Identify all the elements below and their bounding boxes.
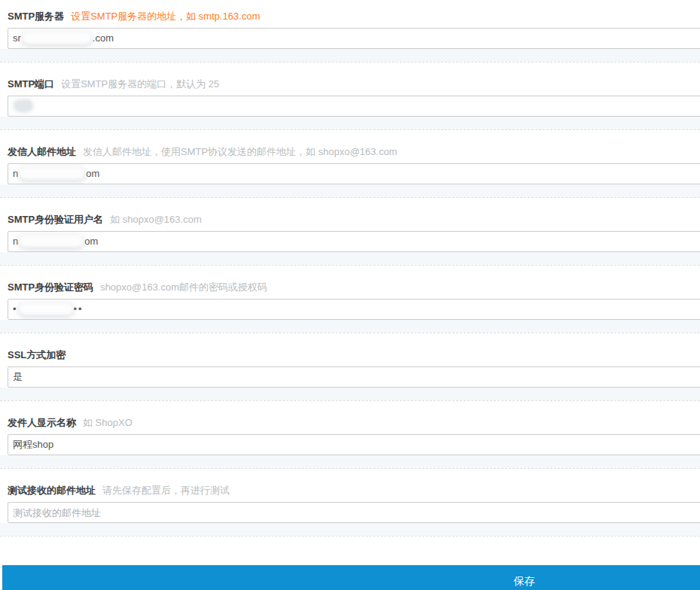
input-value: 网程shop bbox=[13, 439, 53, 450]
form-group-smtp-port: SMTP端口设置SMTP服务器的端口，默认为 25 bbox=[0, 62, 700, 130]
form-group-smtp-server: SMTP服务器设置SMTP服务器的地址，如 smtp.163.com sr.co… bbox=[0, 0, 700, 62]
field-hint: 发信人邮件地址，使用SMTP协议发送的邮件地址，如 shopxo@163.com bbox=[83, 146, 397, 157]
section-band bbox=[0, 117, 700, 129]
section-band bbox=[0, 523, 700, 536]
censor-blur bbox=[22, 32, 92, 44]
section-band bbox=[0, 455, 700, 468]
field-label: SMTP端口 bbox=[8, 78, 54, 90]
input-value-prefix: sr bbox=[13, 32, 21, 44]
censor-blur bbox=[19, 167, 85, 180]
ssl-encrypt-select[interactable]: 是 bbox=[8, 366, 700, 388]
field-hint: shopxo@163.com邮件的密码或授权码 bbox=[100, 281, 267, 293]
save-row: 保存 bbox=[0, 565, 700, 590]
field-label: SMTP服务器 bbox=[8, 11, 64, 22]
field-hint: 如 ShopXO bbox=[83, 417, 132, 428]
smtp-password-input[interactable]: ••• bbox=[8, 299, 700, 320]
password-dots: •• bbox=[74, 303, 84, 315]
field-hint: 如 shopxo@163.com bbox=[110, 214, 202, 225]
form-group-ssl-encrypt: SSL方式加密 是 bbox=[0, 333, 700, 401]
section-band bbox=[0, 320, 700, 333]
field-label: SSL方式加密 bbox=[8, 349, 65, 360]
smtp-port-input[interactable] bbox=[8, 96, 700, 117]
label-row: SMTP端口设置SMTP服务器的端口，默认为 25 bbox=[0, 78, 700, 90]
field-hint: 请先保存配置后，再进行测试 bbox=[102, 485, 230, 496]
input-value-suffix: .com bbox=[93, 32, 114, 44]
field-hint: 设置SMTP服务器的地址，如 smtp.163.com bbox=[71, 11, 260, 22]
field-label: SMTP身份验证密码 bbox=[8, 281, 93, 293]
input-value-prefix: n bbox=[13, 236, 18, 247]
password-dot: • bbox=[13, 303, 18, 315]
field-label: 发件人显示名称 bbox=[8, 417, 76, 428]
label-row: 发信人邮件地址发信人邮件地址，使用SMTP协议发送的邮件地址，如 shopxo@… bbox=[0, 146, 700, 158]
input-value-suffix: om bbox=[86, 168, 99, 179]
field-label: 发信人邮件地址 bbox=[8, 146, 76, 157]
sender-email-input[interactable]: nom bbox=[8, 163, 700, 184]
label-row: SMTP服务器设置SMTP服务器的地址，如 smtp.163.com bbox=[0, 11, 700, 23]
select-value: 是 bbox=[13, 371, 23, 382]
input-value-prefix: n bbox=[13, 168, 18, 179]
label-row: SMTP身份验证密码shopxo@163.com邮件的密码或授权码 bbox=[0, 281, 700, 293]
section-band bbox=[0, 388, 700, 400]
censor-blur bbox=[19, 303, 73, 315]
form-group-sender-email: 发信人邮件地址发信人邮件地址，使用SMTP协议发送的邮件地址，如 shopxo@… bbox=[0, 130, 700, 198]
label-row: SMTP身份验证用户名如 shopxo@163.com bbox=[0, 214, 700, 226]
sender-name-input[interactable]: 网程shop bbox=[8, 434, 700, 455]
label-row: 测试接收的邮件地址请先保存配置后，再进行测试 bbox=[0, 485, 700, 497]
form-group-test-email: 测试接收的邮件地址请先保存配置后，再进行测试 bbox=[0, 469, 700, 537]
section-band bbox=[0, 184, 700, 197]
form-group-smtp-password: SMTP身份验证密码shopxo@163.com邮件的密码或授权码 ••• bbox=[0, 266, 700, 333]
field-label: 测试接收的邮件地址 bbox=[8, 485, 96, 496]
test-email-input[interactable] bbox=[13, 503, 700, 522]
censor-blur bbox=[14, 99, 33, 112]
field-hint: 设置SMTP服务器的端口，默认为 25 bbox=[61, 78, 219, 90]
form-group-smtp-username: SMTP身份验证用户名如 shopxo@163.com nom bbox=[0, 198, 700, 266]
save-button[interactable]: 保存 bbox=[2, 565, 700, 590]
label-row: 发件人显示名称如 ShopXO bbox=[0, 417, 700, 429]
section-band bbox=[0, 49, 700, 62]
section-band bbox=[0, 252, 700, 265]
field-label: SMTP身份验证用户名 bbox=[8, 214, 103, 225]
smtp-server-input[interactable]: sr.com bbox=[8, 28, 700, 49]
censor-blur bbox=[19, 235, 84, 248]
label-row: SSL方式加密 bbox=[0, 349, 700, 361]
smtp-settings-form: SMTP服务器设置SMTP服务器的地址，如 smtp.163.com sr.co… bbox=[0, 0, 700, 590]
test-email-input-wrap bbox=[8, 502, 700, 523]
input-value-suffix: om bbox=[84, 236, 98, 247]
smtp-username-input[interactable]: nom bbox=[8, 231, 700, 252]
form-group-sender-name: 发件人显示名称如 ShopXO 网程shop bbox=[0, 401, 700, 469]
